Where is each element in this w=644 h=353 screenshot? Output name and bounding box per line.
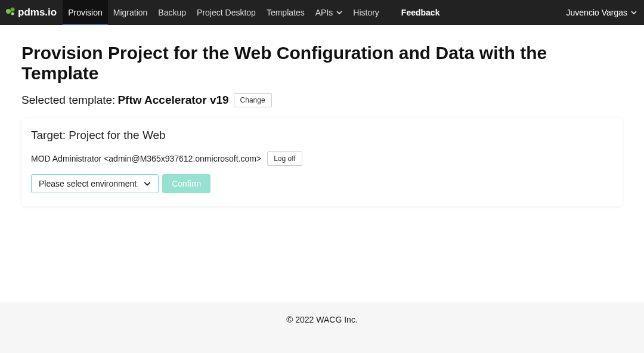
nav-label: Migration bbox=[113, 8, 148, 17]
selected-template-label: Selected template: bbox=[21, 94, 115, 107]
nav-feedback-link[interactable]: Feedback bbox=[401, 8, 440, 17]
nav-item-provision[interactable]: Provision bbox=[63, 0, 108, 25]
chevron-down-icon bbox=[631, 10, 637, 16]
svg-point-0 bbox=[6, 9, 11, 14]
brand-logo[interactable]: pdms.io bbox=[5, 5, 57, 20]
nav-item-apis[interactable]: APIs bbox=[310, 0, 348, 25]
nav-user-name: Juvencio Vargas bbox=[566, 8, 627, 17]
svg-point-2 bbox=[11, 13, 14, 16]
nav-item-project-desktop[interactable]: Project Desktop bbox=[191, 0, 261, 25]
chevron-down-icon bbox=[144, 180, 151, 187]
action-row: Please select environment Confirm bbox=[31, 174, 613, 193]
svg-point-1 bbox=[11, 8, 15, 12]
footer-text: 2022 WACG Inc. bbox=[295, 315, 358, 324]
nav-label: Templates bbox=[267, 8, 305, 17]
selected-template-name: Pftw Accelerator v19 bbox=[117, 94, 228, 107]
logged-in-user: MOD Administrator <admin@M365x937612.onm… bbox=[31, 154, 261, 163]
logoff-button[interactable]: Log off bbox=[267, 151, 302, 166]
brand-name: pdms.io bbox=[18, 7, 57, 18]
nav-items: Provision Migration Backup Project Deskt… bbox=[63, 0, 385, 25]
change-template-button[interactable]: Change bbox=[234, 93, 272, 107]
nav-label: Provision bbox=[68, 8, 103, 17]
nav-item-templates[interactable]: Templates bbox=[261, 0, 310, 25]
copyright-icon: © bbox=[286, 314, 293, 324]
page-title: Provision Project for the Web Configurat… bbox=[21, 43, 623, 83]
user-row: MOD Administrator <admin@M365x937612.onm… bbox=[31, 151, 613, 166]
nav-item-migration[interactable]: Migration bbox=[108, 0, 153, 25]
chevron-down-icon bbox=[336, 10, 342, 16]
selected-template-row: Selected template: Pftw Accelerator v19 … bbox=[21, 93, 623, 107]
main-content: Provision Project for the Web Configurat… bbox=[0, 25, 644, 206]
nav-user-menu[interactable]: Juvencio Vargas bbox=[566, 8, 637, 17]
card-title: Target: Project for the Web bbox=[31, 129, 613, 142]
environment-select[interactable]: Please select environment bbox=[31, 174, 159, 193]
nav-label: Project Desktop bbox=[197, 8, 256, 17]
nav-label: History bbox=[353, 8, 379, 17]
nav-item-backup[interactable]: Backup bbox=[153, 0, 191, 25]
confirm-button[interactable]: Confirm bbox=[162, 174, 210, 193]
nav-label: Backup bbox=[158, 8, 186, 17]
top-navbar: pdms.io Provision Migration Backup Proje… bbox=[0, 0, 644, 25]
environment-select-label: Please select environment bbox=[39, 179, 137, 188]
footer-content: © 2022 WACG Inc. bbox=[286, 314, 358, 324]
nav-item-history[interactable]: History bbox=[348, 0, 385, 25]
nav-label: APIs bbox=[315, 8, 333, 17]
footer: © 2022 WACG Inc. bbox=[0, 302, 644, 353]
logo-icon bbox=[5, 5, 17, 20]
target-card: Target: Project for the Web MOD Administ… bbox=[21, 118, 623, 206]
